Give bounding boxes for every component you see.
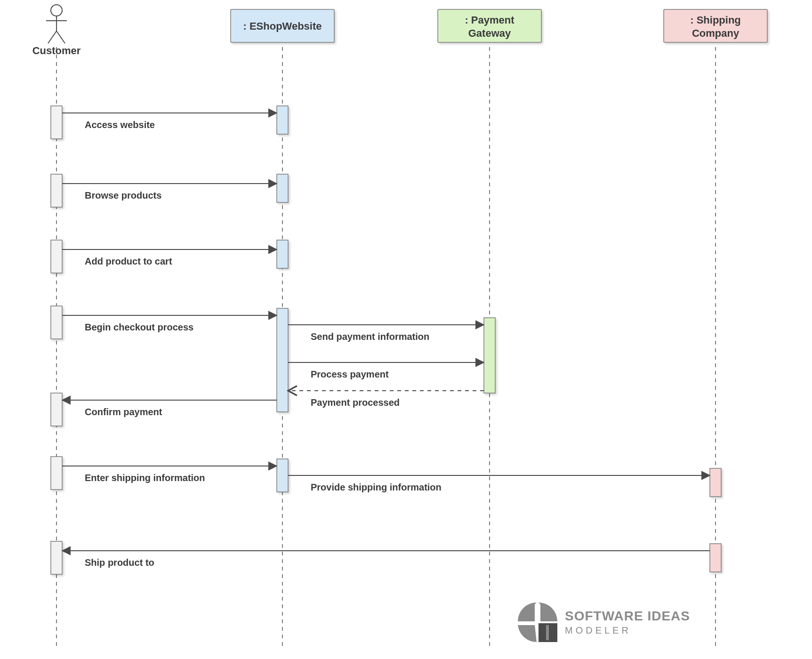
- svg-text:: EShopWebsite: : EShopWebsite: [243, 20, 322, 32]
- watermark-line1: SOFTWARE IDEAS: [565, 609, 690, 623]
- message-label: Send payment information: [311, 331, 429, 342]
- svg-text:Gateway: Gateway: [468, 27, 511, 39]
- activation-eshop: [277, 459, 288, 492]
- svg-line-3: [56, 31, 65, 43]
- activation-shipping: [710, 544, 721, 572]
- svg-text:Company: Company: [692, 27, 740, 39]
- watermark-logo: SOFTWARE IDEAS MODELER: [518, 603, 690, 642]
- message-label: Confirm payment: [85, 407, 162, 417]
- activation-customer: [51, 393, 62, 426]
- message-label: Payment processed: [311, 397, 400, 408]
- message-label: Begin checkout process: [85, 322, 193, 332]
- activation-shipping: [710, 468, 721, 497]
- message-label: Access website: [85, 120, 155, 130]
- watermark-line2: MODELER: [565, 625, 631, 635]
- activation-customer: [51, 306, 62, 339]
- actor-label: Customer: [32, 45, 81, 56]
- svg-text:: Shipping: : Shipping: [690, 14, 741, 26]
- message-label: Browse products: [85, 190, 161, 201]
- message-label: Enter shipping information: [85, 473, 205, 483]
- message-label: Process payment: [311, 369, 389, 379]
- activation-gateway: [484, 318, 495, 393]
- message-label: Add product to cart: [85, 256, 172, 266]
- svg-text:: Payment: : Payment: [465, 14, 515, 26]
- svg-rect-10: [546, 625, 549, 640]
- activation-eshop: [277, 106, 288, 134]
- svg-line-2: [48, 31, 56, 43]
- activation-customer: [51, 174, 62, 207]
- activation-customer: [51, 457, 62, 490]
- activation-eshop: [277, 240, 288, 268]
- message-label: Provide shipping information: [311, 482, 442, 492]
- activation-customer: [51, 541, 62, 574]
- sequence-diagram: Customer: EShopWebsite: PaymentGateway: …: [0, 0, 812, 659]
- message-label: Ship product to: [85, 557, 154, 568]
- activation-eshop: [277, 308, 288, 412]
- activation-eshop: [277, 174, 288, 202]
- activation-customer: [51, 240, 62, 273]
- actor-head: [51, 5, 62, 16]
- activation-customer: [51, 106, 62, 139]
